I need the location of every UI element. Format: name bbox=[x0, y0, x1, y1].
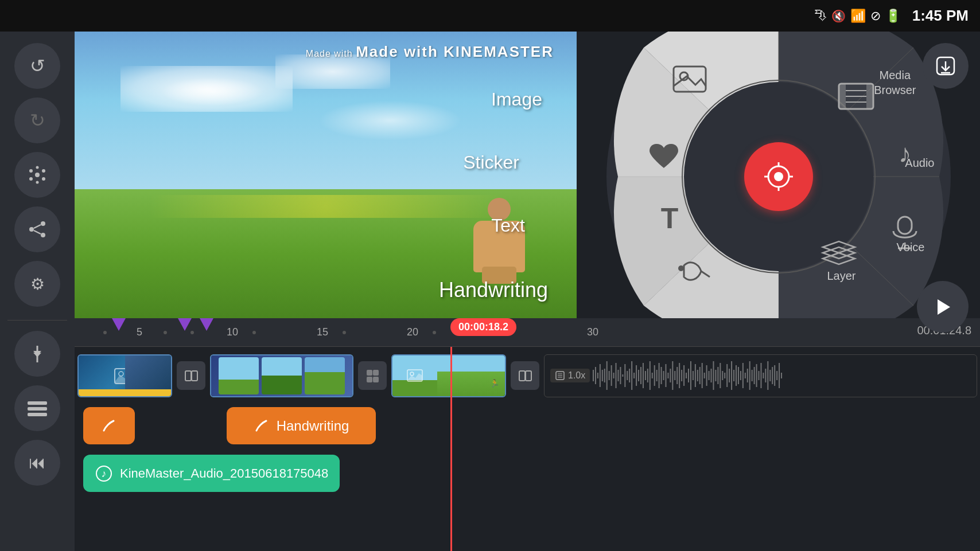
undo-button[interactable]: ↺ bbox=[14, 43, 60, 89]
svg-rect-134 bbox=[731, 361, 732, 390]
svg-rect-144 bbox=[754, 367, 755, 384]
svg-rect-101 bbox=[656, 370, 658, 381]
svg-rect-74 bbox=[595, 367, 596, 384]
svg-rect-113 bbox=[683, 365, 685, 386]
svg-rect-147 bbox=[761, 363, 762, 388]
export-button[interactable] bbox=[923, 43, 969, 89]
svg-point-48 bbox=[774, 172, 783, 181]
trim-button[interactable] bbox=[14, 331, 60, 377]
sticker-label: Sticker bbox=[463, 152, 519, 173]
ruler-mark-15: 15 bbox=[317, 326, 328, 338]
share-button[interactable] bbox=[14, 206, 60, 252]
svg-rect-117 bbox=[693, 371, 694, 380]
svg-rect-154 bbox=[776, 371, 777, 380]
svg-rect-17 bbox=[28, 407, 47, 411]
settings-button[interactable]: ⚙ bbox=[14, 261, 60, 307]
volume-mute-icon: 🔇 bbox=[831, 9, 846, 23]
svg-rect-119 bbox=[697, 370, 698, 381]
svg-rect-95 bbox=[643, 363, 644, 388]
svg-marker-15 bbox=[33, 353, 41, 357]
svg-rect-104 bbox=[663, 371, 664, 380]
svg-rect-137 bbox=[738, 367, 739, 384]
dnd-icon: ⊘ bbox=[870, 9, 881, 24]
svg-point-6 bbox=[36, 181, 38, 183]
svg-rect-82 bbox=[613, 373, 615, 378]
video-clip-1[interactable] bbox=[77, 354, 172, 397]
transition-1[interactable] bbox=[177, 361, 205, 390]
svg-point-1 bbox=[29, 169, 33, 173]
ruler-dot bbox=[164, 331, 167, 334]
video-clip-3[interactable]: 🏃 bbox=[391, 354, 506, 397]
svg-rect-140 bbox=[745, 373, 746, 378]
svg-rect-132 bbox=[726, 364, 728, 387]
svg-rect-143 bbox=[752, 370, 753, 381]
ruler-mark-20: 20 bbox=[407, 326, 418, 338]
video-track: 🏃 1.0x bbox=[75, 347, 980, 404]
svg-rect-98 bbox=[650, 361, 651, 390]
transition-2[interactable] bbox=[358, 361, 387, 390]
video-clip-2[interactable] bbox=[210, 354, 353, 397]
svg-rect-89 bbox=[629, 369, 630, 382]
svg-rect-61 bbox=[367, 370, 372, 376]
svg-point-5 bbox=[36, 166, 38, 169]
media-browser-label: MediaBrowser bbox=[874, 68, 916, 97]
svg-marker-56 bbox=[938, 299, 950, 315]
redo-button[interactable]: ↻ bbox=[14, 97, 60, 143]
ruler-mark-30: 30 bbox=[587, 326, 598, 338]
svg-rect-145 bbox=[756, 364, 757, 387]
video-waveform-clip[interactable]: 1.0x bbox=[544, 354, 977, 397]
handwriting-clip-2[interactable]: Handwriting bbox=[227, 407, 376, 444]
ruler-mark-10: 10 bbox=[227, 326, 238, 338]
svg-rect-135 bbox=[733, 370, 734, 381]
rewind-button[interactable]: ⏮ bbox=[14, 440, 60, 486]
svg-rect-136 bbox=[736, 365, 737, 386]
svg-rect-112 bbox=[681, 370, 682, 381]
svg-rect-92 bbox=[636, 365, 637, 386]
marker-3 bbox=[200, 318, 213, 331]
svg-rect-78 bbox=[604, 369, 605, 382]
svg-point-33 bbox=[678, 265, 684, 271]
svg-rect-105 bbox=[666, 364, 667, 387]
svg-rect-83 bbox=[616, 363, 617, 388]
svg-rect-97 bbox=[647, 369, 648, 382]
play-button[interactable] bbox=[917, 281, 969, 333]
svg-rect-109 bbox=[675, 371, 676, 380]
audio-menu-label: Audio bbox=[905, 157, 934, 170]
svg-rect-102 bbox=[659, 363, 660, 388]
svg-rect-114 bbox=[686, 373, 687, 378]
timeline-ruler: 5 10 15 20 25 30 00:00:18.2 00:01:24.8 bbox=[75, 318, 980, 347]
svg-rect-138 bbox=[740, 371, 741, 380]
transition-3[interactable] bbox=[511, 361, 539, 390]
handwriting-clip-label: Handwriting bbox=[277, 418, 349, 434]
audio-track: ♪ KineMaster_Audio_20150618175048 bbox=[75, 452, 980, 495]
handwriting-clip-1[interactable] bbox=[83, 407, 135, 444]
layers-button[interactable] bbox=[14, 385, 60, 431]
audio-clip-label: KineMaster_Audio_20150618175048 bbox=[120, 466, 328, 481]
svg-rect-126 bbox=[713, 361, 714, 390]
svg-rect-99 bbox=[652, 373, 653, 378]
svg-rect-128 bbox=[718, 367, 719, 384]
svg-rect-86 bbox=[623, 374, 624, 377]
wifi-icon: 📶 bbox=[850, 9, 866, 24]
playhead-line bbox=[450, 347, 452, 551]
svg-rect-127 bbox=[715, 370, 717, 381]
svg-rect-141 bbox=[747, 369, 748, 382]
left-toolbar: ↺ ↻ ⚙ bbox=[0, 32, 75, 551]
svg-point-9 bbox=[41, 233, 45, 237]
svg-rect-93 bbox=[638, 370, 639, 381]
marker-1 bbox=[112, 318, 126, 331]
svg-point-58 bbox=[119, 372, 123, 376]
text-label: Text bbox=[491, 215, 525, 236]
audio-clip[interactable]: ♪ KineMaster_Audio_20150618175048 bbox=[83, 455, 340, 492]
svg-line-10 bbox=[34, 225, 41, 228]
svg-rect-60 bbox=[192, 371, 197, 381]
ruler-mark-5: 5 bbox=[137, 326, 142, 338]
effects-button[interactable] bbox=[14, 152, 60, 198]
svg-rect-85 bbox=[620, 367, 621, 384]
record-button[interactable] bbox=[744, 142, 813, 211]
svg-rect-107 bbox=[670, 369, 671, 382]
svg-point-2 bbox=[42, 169, 45, 173]
svg-rect-35 bbox=[839, 84, 846, 109]
watermark: Made with Made with KINEMASTER bbox=[306, 43, 554, 61]
svg-rect-106 bbox=[668, 373, 669, 378]
